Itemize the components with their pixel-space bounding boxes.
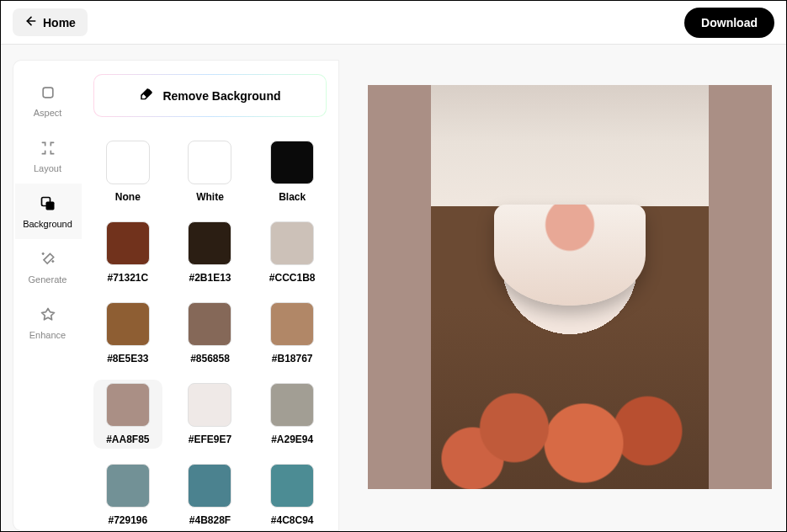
remove-background-button[interactable]: Remove Background: [93, 74, 327, 117]
swatch-color: [270, 221, 314, 265]
body: Aspect Layout Background Generate Enhanc…: [1, 45, 786, 531]
swatch-color: [188, 464, 231, 508]
swatch-color: [106, 141, 150, 184]
eraser-icon: [139, 87, 154, 104]
aspect-icon: [38, 82, 58, 103]
swatch-item[interactable]: #AA8F85: [93, 380, 162, 449]
swatch-label: #A29E94: [271, 434, 313, 445]
download-button[interactable]: Download: [684, 8, 774, 38]
swatch-color: [270, 141, 314, 184]
swatch-color: [106, 383, 150, 427]
sidebar-tab-aspect[interactable]: Aspect: [13, 72, 82, 128]
swatch-color: [106, 221, 150, 265]
sidebar-tab-label: Aspect: [34, 108, 62, 118]
swatch-label: None: [115, 191, 141, 203]
sidebar-tab-label: Layout: [34, 163, 61, 173]
svg-rect-1: [43, 88, 53, 98]
sidebar-tab-background[interactable]: Background: [13, 184, 82, 239]
sidebar-tab-layout[interactable]: Layout: [13, 128, 82, 184]
swatch-item[interactable]: #2B1E13: [176, 218, 245, 287]
swatch-color: [106, 302, 150, 346]
canvas-frame[interactable]: [368, 85, 772, 489]
layout-icon: [38, 138, 58, 158]
swatch-color: [106, 464, 150, 508]
generate-icon: [38, 249, 58, 269]
swatch-item[interactable]: #CCC1B8: [258, 218, 327, 287]
swatch-label: #856858: [190, 353, 230, 364]
sidebar-tab-generate[interactable]: Generate: [13, 239, 82, 295]
swatch-label: #4B828F: [189, 514, 231, 526]
sidebar-tab-label: Enhance: [29, 330, 66, 340]
swatch-label: #CCC1B8: [269, 272, 316, 284]
swatch-label: #EFE9E7: [189, 434, 231, 445]
swatch-item[interactable]: #4C8C94: [258, 460, 327, 529]
swatch-item[interactable]: #A29E94: [258, 380, 327, 449]
swatch-label: White: [196, 191, 224, 203]
background-panel: Remove Background NoneWhiteBlack#71321C#…: [82, 60, 339, 531]
swatch-color: [270, 302, 314, 346]
swatch-color: [270, 464, 314, 508]
arrow-left-icon: [24, 14, 38, 30]
swatch-item[interactable]: #71321C: [93, 218, 162, 287]
swatch-color: [188, 141, 231, 184]
swatch-item[interactable]: White: [176, 137, 245, 206]
canvas-image: [431, 85, 709, 489]
swatch-item[interactable]: Black: [258, 137, 327, 206]
enhance-icon: [38, 305, 58, 325]
swatch-label: Black: [279, 191, 306, 203]
swatch-grid: NoneWhiteBlack#71321C#2B1E13#CCC1B8#8E5E…: [93, 137, 327, 529]
swatch-color: [270, 383, 314, 427]
swatch-item[interactable]: #B18767: [258, 299, 327, 368]
swatch-item[interactable]: #4B828F: [176, 460, 245, 529]
sidebar-tab-label: Background: [23, 219, 72, 229]
sidebar: Aspect Layout Background Generate Enhanc…: [13, 60, 82, 531]
swatch-label: #71321C: [107, 272, 148, 284]
swatch-label: #4C8C94: [271, 514, 314, 526]
swatch-color: [188, 383, 231, 427]
swatch-label: #8E5E33: [107, 353, 148, 364]
canvas-area: [339, 60, 774, 531]
swatch-color: [188, 302, 231, 346]
sidebar-tab-label: Generate: [29, 274, 67, 285]
swatch-label: #AA8F85: [106, 434, 149, 445]
swatch-label: #2B1E13: [189, 272, 231, 284]
home-label: Home: [43, 16, 76, 29]
header: Home Download: [1, 1, 786, 45]
swatch-item[interactable]: #8E5E33: [93, 299, 162, 368]
swatch-item[interactable]: None: [93, 137, 162, 206]
swatch-label: #729196: [108, 514, 147, 526]
remove-background-label: Remove Background: [162, 89, 280, 103]
swatch-color: [188, 221, 231, 265]
swatch-item[interactable]: #856858: [176, 299, 245, 368]
swatch-label: #B18767: [272, 353, 313, 364]
swatch-item[interactable]: #729196: [93, 460, 162, 529]
swatch-item[interactable]: #EFE9E7: [176, 380, 245, 449]
svg-rect-3: [45, 202, 54, 210]
background-icon: [38, 194, 58, 214]
home-button[interactable]: Home: [13, 8, 88, 36]
sidebar-tab-enhance[interactable]: Enhance: [13, 295, 82, 350]
